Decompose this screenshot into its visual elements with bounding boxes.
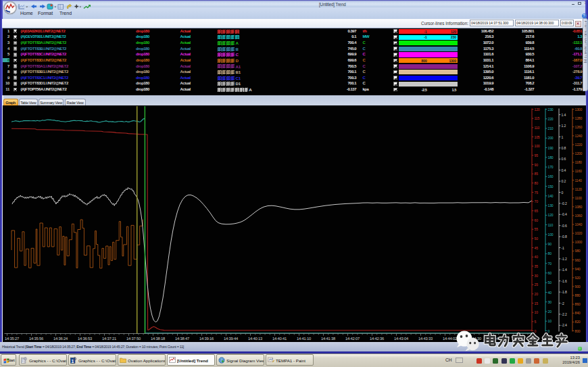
svg-text:14:44:30: 14:44:30 bbox=[467, 337, 481, 341]
svg-text:30: 30 bbox=[548, 300, 552, 304]
svg-text:14:43:04: 14:43:04 bbox=[394, 337, 409, 341]
svg-text:50: 50 bbox=[535, 237, 539, 241]
svg-text:150: 150 bbox=[548, 185, 554, 189]
svg-text:960: 960 bbox=[575, 258, 581, 262]
svg-text:40: 40 bbox=[548, 291, 552, 295]
svg-text:900: 900 bbox=[575, 285, 581, 289]
svg-text:40: 40 bbox=[535, 255, 539, 259]
svg-text:80: 80 bbox=[535, 181, 539, 185]
svg-text:1300: 1300 bbox=[575, 107, 583, 112]
svg-text:180: 180 bbox=[548, 155, 554, 160]
svg-text:920: 920 bbox=[575, 276, 581, 280]
svg-text:0.2: 0.2 bbox=[562, 179, 566, 183]
svg-text:5: 5 bbox=[535, 320, 537, 324]
svg-text:115: 115 bbox=[535, 116, 540, 120]
svg-text:-0.4: -0.4 bbox=[562, 212, 567, 216]
svg-text:-1: -1 bbox=[562, 246, 564, 250]
svg-text:140: 140 bbox=[548, 194, 554, 198]
svg-text:860: 860 bbox=[575, 302, 581, 306]
svg-text:1260: 1260 bbox=[575, 125, 583, 129]
svg-text:880: 880 bbox=[575, 293, 581, 297]
svg-text:100: 100 bbox=[548, 233, 554, 237]
svg-text:20: 20 bbox=[548, 310, 552, 314]
svg-text:60: 60 bbox=[548, 271, 552, 275]
svg-text:55: 55 bbox=[535, 227, 539, 231]
svg-text:90: 90 bbox=[535, 163, 539, 167]
svg-text:980: 980 bbox=[575, 249, 581, 253]
svg-text:230: 230 bbox=[548, 107, 554, 112]
svg-text:10: 10 bbox=[535, 310, 539, 314]
svg-text:0.6: 0.6 bbox=[562, 157, 566, 161]
svg-text:14:40:13: 14:40:13 bbox=[248, 337, 262, 341]
svg-text:210: 210 bbox=[548, 126, 554, 130]
svg-text:-2.2: -2.2 bbox=[562, 312, 567, 316]
svg-text:30: 30 bbox=[535, 274, 539, 278]
svg-text:14:44:59: 14:44:59 bbox=[491, 337, 506, 341]
svg-text:14:38:47: 14:38:47 bbox=[175, 337, 189, 341]
svg-text:25: 25 bbox=[535, 283, 539, 287]
svg-text:85: 85 bbox=[535, 172, 539, 176]
svg-text:14:42:36: 14:42:36 bbox=[370, 337, 384, 341]
svg-text:70: 70 bbox=[548, 262, 552, 266]
svg-text:120: 120 bbox=[535, 107, 540, 112]
svg-text:1020: 1020 bbox=[575, 231, 583, 235]
svg-text:-1.4: -1.4 bbox=[562, 268, 567, 272]
svg-text:0.4: 0.4 bbox=[562, 168, 566, 172]
svg-text:95: 95 bbox=[535, 153, 539, 157]
svg-text:0.8: 0.8 bbox=[562, 146, 566, 150]
svg-text:1040: 1040 bbox=[575, 222, 583, 226]
svg-text:1.2: 1.2 bbox=[562, 124, 566, 128]
svg-text:-0.2: -0.2 bbox=[562, 201, 567, 205]
svg-text:200: 200 bbox=[548, 136, 554, 140]
svg-text:70: 70 bbox=[535, 199, 539, 203]
svg-text:14:37:21: 14:37:21 bbox=[102, 337, 116, 341]
svg-text:14:41:10: 14:41:10 bbox=[297, 337, 311, 341]
svg-text:160: 160 bbox=[548, 174, 554, 178]
svg-text:110: 110 bbox=[535, 126, 540, 130]
svg-text:14:37:50: 14:37:50 bbox=[126, 337, 141, 341]
svg-text:60: 60 bbox=[535, 218, 539, 222]
svg-text:1140: 1140 bbox=[575, 178, 583, 182]
svg-text:1180: 1180 bbox=[575, 160, 583, 164]
svg-text:1200: 1200 bbox=[575, 151, 583, 155]
svg-text:1120: 1120 bbox=[575, 187, 583, 191]
svg-text:100: 100 bbox=[535, 144, 540, 148]
svg-text:14:39:16: 14:39:16 bbox=[199, 337, 214, 341]
svg-text:45: 45 bbox=[535, 246, 539, 250]
svg-text:820: 820 bbox=[575, 320, 581, 324]
svg-text:-0.8: -0.8 bbox=[562, 235, 567, 239]
svg-text:1240: 1240 bbox=[575, 134, 583, 138]
svg-text:1000: 1000 bbox=[575, 240, 583, 244]
svg-text:14:35:56: 14:35:56 bbox=[29, 337, 43, 341]
svg-text:110: 110 bbox=[548, 223, 554, 227]
svg-text:1160: 1160 bbox=[575, 169, 583, 173]
svg-text:800: 800 bbox=[575, 329, 581, 333]
svg-text:220: 220 bbox=[548, 117, 554, 121]
svg-text:15: 15 bbox=[535, 301, 539, 305]
svg-text:-1.2: -1.2 bbox=[562, 257, 567, 261]
svg-text:20: 20 bbox=[535, 292, 539, 296]
svg-text:-1.6: -1.6 bbox=[562, 279, 567, 283]
svg-text:14:41:38: 14:41:38 bbox=[321, 337, 335, 341]
svg-text:-2: -2 bbox=[562, 301, 564, 305]
svg-text:75: 75 bbox=[535, 191, 539, 195]
svg-text:120: 120 bbox=[548, 213, 554, 217]
svg-text:-1.8: -1.8 bbox=[562, 290, 567, 294]
svg-text:1.4: 1.4 bbox=[562, 113, 566, 117]
svg-text:1220: 1220 bbox=[575, 143, 583, 147]
svg-text:1060: 1060 bbox=[575, 214, 583, 218]
svg-text:90: 90 bbox=[548, 242, 552, 246]
svg-text:1100: 1100 bbox=[575, 196, 583, 200]
svg-text:0: 0 bbox=[535, 329, 537, 333]
svg-text:105: 105 bbox=[535, 135, 540, 139]
svg-text:14:39:44: 14:39:44 bbox=[224, 337, 239, 341]
svg-text:-2.4: -2.4 bbox=[562, 323, 567, 327]
svg-text:14:35:27: 14:35:27 bbox=[5, 337, 19, 341]
svg-text:14:38:18: 14:38:18 bbox=[151, 337, 165, 341]
svg-text:14:40:41: 14:40:41 bbox=[272, 337, 287, 341]
svg-text:170: 170 bbox=[548, 165, 554, 169]
svg-text:10: 10 bbox=[548, 319, 552, 323]
svg-text:50: 50 bbox=[548, 280, 552, 285]
svg-text:1280: 1280 bbox=[575, 116, 583, 120]
svg-text:1: 1 bbox=[562, 135, 564, 139]
